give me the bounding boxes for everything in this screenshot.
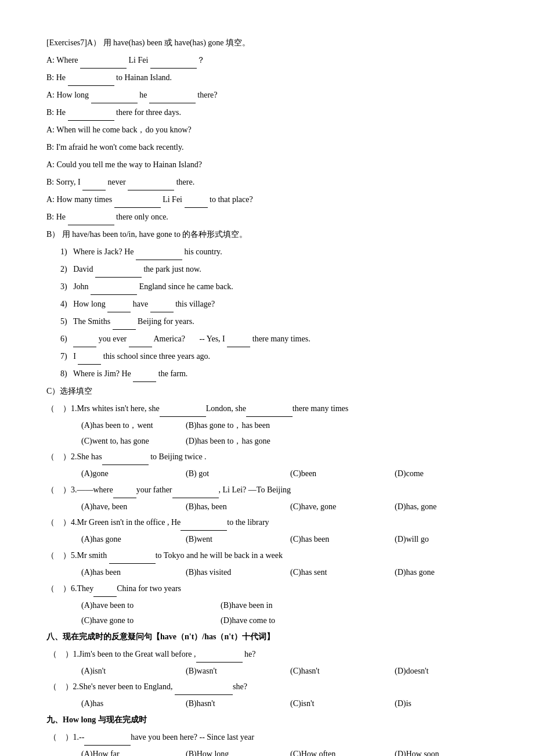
c1-option-c: (C)went to, has gone <box>81 434 174 449</box>
c3-option-a: (A)have, been <box>81 499 174 515</box>
dialog-line-6: B: I'm afraid he won't come back recentl… <box>46 139 488 156</box>
c-item-2-text: （ ）2.She has to Beijing twice . <box>46 449 488 465</box>
c-item-6-options-row2: (C)have gone to (D)have come to <box>46 613 488 629</box>
dialog-line-4: B: He there for three days. <box>46 105 488 121</box>
c6-option-b: (B)have been in <box>221 598 348 614</box>
c5-option-b: (B)has visited <box>186 565 279 581</box>
b-item-6: 6) you ever America? -- Yes, I there man… <box>46 331 488 347</box>
c1-option-d: (D)has been to，has gone <box>186 434 279 449</box>
c6-option-a: (A)have been to <box>81 598 209 614</box>
s8-item-2-text: （ ）2.She's never been to England, she? <box>46 679 488 695</box>
c-item-4-options: (A)has gone (B)went (C)has been (D)will … <box>46 532 488 548</box>
c4-option-a: (A)has gone <box>81 532 174 548</box>
s9-1-option-c: (C)How often <box>290 747 383 756</box>
s8-2-option-b: (B)hasn't <box>186 696 279 712</box>
c2-option-d: (D)come <box>395 466 488 482</box>
c-item-1-options-2: (C)went to, has gone (D)has been to，has … <box>46 434 488 449</box>
s8-item-1-options: (A)isn't (B)wasn't (C)hasn't (D)doesn't <box>46 664 488 679</box>
c2-option-a: (A)gone <box>81 466 174 482</box>
s9-1-option-b: (B)How long <box>186 747 279 756</box>
c-item-3-text: （ ）3.——whereyour father, Li Lei? —To Bei… <box>46 482 488 498</box>
c-item-5-options: (A)has been (B)has visited (C)has sent (… <box>46 565 488 581</box>
dialog-line-1: A: Where Li Fei ？ <box>46 52 488 69</box>
s8-2-option-c: (C)isn't <box>290 696 383 712</box>
dialog-line-10: B: He there only once. <box>46 209 488 225</box>
c1-option-b: (B)has gone to，has been <box>186 418 279 434</box>
dialog-line-3: A: How long he there? <box>46 87 488 103</box>
c3-option-d: (D)has, gone <box>395 499 488 515</box>
c2-option-b: (B) got <box>186 466 279 482</box>
c-item-3-options: (A)have, been (B)has, been (C)have, gone… <box>46 499 488 515</box>
section-c-header: C）选择填空 <box>46 383 488 399</box>
c5-option-a: (A)has been <box>81 565 174 581</box>
c-item-4-text: （ ）4.Mr Green isn't in the office , Heto… <box>46 514 488 531</box>
s8-1-option-b: (B)wasn't <box>186 664 279 679</box>
b-item-3: 3) John England since he came back. <box>46 279 488 295</box>
c6-option-d: (D)have come to <box>221 613 348 629</box>
b-item-2: 2) David the park just now. <box>46 261 488 278</box>
b-item-7: 7) I this school since three years ago. <box>46 348 488 365</box>
c5-option-d: (D)has gone <box>395 565 488 581</box>
c-item-5-text: （ ）5.Mr smith to Tokyo and he will be ba… <box>46 548 488 564</box>
page-content: [Exercises7]A） 用 have(has) been 或 have(h… <box>46 35 488 756</box>
b-item-5: 5) The Smiths Beijing for years. <box>46 314 488 330</box>
c-item-2-options: (A)gone (B) got (C)been (D)come <box>46 466 488 482</box>
s8-1-option-c: (C)hasn't <box>290 664 383 679</box>
c5-option-c: (C)has sent <box>290 565 383 581</box>
s8-2-option-a: (A)has <box>81 696 174 712</box>
dialog-line-2: B: He to Hainan Island. <box>46 70 488 86</box>
s9-item-1-options: (A)How far (B)How long (C)How often (D)H… <box>46 747 488 756</box>
c-item-6-text: （ ）6.TheyChina for two years <box>46 581 488 597</box>
s8-1-option-a: (A)isn't <box>81 664 174 679</box>
dialog-line-7: A: Could you tell me the way to Hainan I… <box>46 157 488 173</box>
c4-option-b: (B)went <box>186 532 279 548</box>
s8-2-option-d: (D)is <box>395 696 488 712</box>
s9-1-option-d: (D)How soon <box>395 747 488 756</box>
c2-option-c: (C)been <box>290 466 383 482</box>
dialog-line-5: A: When will he come back，do you know? <box>46 122 488 138</box>
s8-item-2-options: (A)has (B)hasn't (C)isn't (D)is <box>46 696 488 712</box>
dialog-line-9: A: How many times Li Fei to that place? <box>46 192 488 208</box>
b-item-1: 1) Where is Jack? He his country. <box>46 244 488 260</box>
c3-option-c: (C)have, gone <box>290 499 383 515</box>
c-item-6-options-row1: (A)have been to (B)have been in <box>46 598 488 614</box>
s8-1-option-d: (D)doesn't <box>395 664 488 679</box>
s9-item-1-text: （ ）1.--have you been here? -- Since last… <box>46 729 488 746</box>
b-item-4: 4) How long have this village? <box>46 296 488 312</box>
c4-option-d: (D)will go <box>395 532 488 548</box>
c6-option-c: (C)have gone to <box>81 613 209 629</box>
c4-option-c: (C)has been <box>290 532 383 548</box>
dialog-line-8: B: Sorry, I never there. <box>46 174 488 190</box>
b-item-8: 8) Where is Jim? He the farm. <box>46 366 488 382</box>
section-9-header: 九、How long 与现在完成时 <box>46 712 488 728</box>
section-b-header: B） 用 have/has been to/in, have gone to 的… <box>46 226 488 243</box>
c-item-1-options: (A)has been to，went (B)has gone to，has b… <box>46 418 488 434</box>
exercises-header: [Exercises7]A） 用 have(has) been 或 have(h… <box>46 35 488 51</box>
c3-option-b: (B)has, been <box>186 499 279 515</box>
section-8-header: 八、现在完成时的反意疑问句【have（n't）/has（n't）十代词】 <box>46 629 488 645</box>
c1-option-a: (A)has been to，went <box>81 418 174 434</box>
s8-item-1-text: （ ）1.Jim's been to the Great wall before… <box>46 646 488 663</box>
s9-1-option-a: (A)How far <box>81 747 174 756</box>
c-item-1-text: （ ）1.Mrs whites isn't here, sheLondon, s… <box>46 401 488 417</box>
